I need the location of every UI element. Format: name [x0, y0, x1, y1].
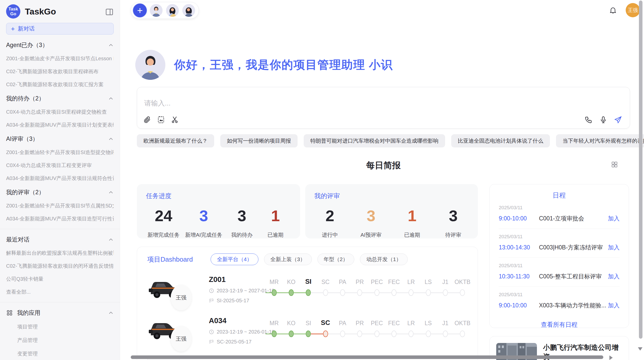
- app-logo: Task Go: [6, 4, 20, 19]
- sidebar-collapse-icon[interactable]: [105, 8, 114, 15]
- stat-ai-pre-review: 3 AI预评审: [357, 207, 385, 238]
- stat-new-completed: 24 新增完成任务: [148, 207, 180, 238]
- section-ai-review-header[interactable]: AI评审（3）: [6, 135, 114, 143]
- project-row-z001[interactable]: 王强 Z001 2023-12-19 ~ 2027-01-19 SI-2025-…: [137, 271, 478, 312]
- sidebar-item[interactable]: A034-全新新能源MUV产品开发项目法规符合性评审: [6, 175, 114, 182]
- topbar-right: 王强: [609, 3, 640, 17]
- sidebar-scroll-area: Agent已办（3） Z001-全新燃油皮卡产品开发项目SI节点Lesson L…: [6, 41, 114, 360]
- join-button[interactable]: 加入: [608, 215, 620, 222]
- sidebar-item[interactable]: 解释最新出台的欧盟报废车法规再生塑料比例被调至15%...: [6, 250, 114, 257]
- stat-label: 进行中: [316, 231, 344, 238]
- milestone-label: LS: [425, 276, 432, 286]
- sidebar-item[interactable]: C0X4-动力总成开发项目工程变更评审: [6, 162, 114, 169]
- app-item-change-management[interactable]: 变更管理: [6, 350, 114, 357]
- app-item-project-management[interactable]: 项目管理: [6, 323, 114, 330]
- milestone-dot-row: [385, 329, 402, 339]
- tab-new-body[interactable]: 全新上装（3）: [264, 253, 312, 265]
- section-my-review-header[interactable]: 我的评审（2）: [6, 188, 114, 196]
- sidebar-item[interactable]: C02-飞腾新能源轻客改款项目的闭环通告反馈情况: [6, 263, 114, 269]
- vertical-scrollbar-thumb[interactable]: [639, 1, 642, 339]
- tab-new-platform[interactable]: 全新平台（4）: [211, 253, 258, 265]
- suggestion-chip[interactable]: 比亚迪全固态电池计划具体说了什么: [451, 134, 550, 147]
- chat-input[interactable]: [144, 99, 449, 107]
- task-progress-stats: 24 新增完成任务 3 新增AI完成任务 3 我的待办 1 已逾期: [146, 207, 291, 238]
- my-apps-header[interactable]: 我的应用: [6, 309, 114, 317]
- milestone-fec: FEC: [385, 318, 402, 339]
- project-dates: 2023-12-19 ~ 2027-01-19: [209, 288, 274, 294]
- milestone-pr: PR: [351, 276, 368, 298]
- microphone-icon[interactable]: [599, 116, 607, 124]
- milestone-label: SC: [321, 318, 330, 327]
- sidebar-item[interactable]: C02-飞腾新能源轻客改款项目立项汇报方案: [6, 81, 114, 88]
- scissors-icon[interactable]: [171, 116, 179, 124]
- section-title: 我的待办（2）: [6, 95, 45, 102]
- project-milestone-flag: SC-2025-05-17: [217, 339, 252, 345]
- assistant-avatar-2[interactable]: [166, 4, 179, 17]
- section-recent-chats-header[interactable]: 最近对话: [6, 236, 114, 244]
- sidebar-item[interactable]: Z001-全新燃油轻卡产品开发项目SI造型提交物评审: [6, 149, 114, 156]
- schedule-item: 2025/03/11 9:00-10:00 C001-立项审批会 加入: [499, 200, 620, 229]
- send-icon[interactable]: [614, 116, 622, 124]
- assistant-avatar-1[interactable]: [149, 4, 163, 17]
- sidebar-view-all-chats[interactable]: 查看全部...: [6, 289, 114, 295]
- join-button[interactable]: 加入: [608, 273, 620, 280]
- sidebar-item[interactable]: A034-全新新能源MUV产品开发项目造型可行性评审: [6, 215, 114, 222]
- milestone-dot: [306, 331, 311, 337]
- view-all-schedule-link[interactable]: 查看所有日程: [499, 321, 620, 329]
- scroll-down-arrow-icon[interactable]: [638, 347, 642, 351]
- schedule-date: 2025/03/11: [499, 263, 620, 268]
- chevron-up-icon[interactable]: [108, 310, 114, 316]
- milestone-label: SI: [305, 276, 312, 286]
- task-progress-card: 任务进度 24 新增完成任务 3 新增AI完成任务 3 我的待办 1 已逾期: [137, 184, 300, 238]
- milestone-label: SI: [305, 318, 311, 327]
- sidebar-item[interactable]: Z001-全新燃油轻卡产品开发项目SI节点属性5D文件评审: [6, 202, 114, 209]
- image-icon[interactable]: [157, 116, 165, 124]
- new-chat-button[interactable]: + 新对话: [6, 23, 114, 35]
- greeting-block: 你好，王强，我是你的项目管理助理 小识: [135, 50, 393, 80]
- chevron-up-icon[interactable]: [108, 136, 114, 142]
- owner-name: 王强: [176, 335, 186, 342]
- flag-icon: [209, 298, 214, 303]
- layout-grid-icon[interactable]: [611, 161, 618, 168]
- milestone-sc: SC: [317, 276, 334, 298]
- sidebar-item[interactable]: Z001-全新燃油皮卡产品开发项目SI节点Lesson Learn报告: [6, 55, 114, 62]
- tab-model-year[interactable]: 年型（2）: [317, 253, 355, 265]
- sidebar-item[interactable]: 公司Q3轻卡销量: [6, 276, 114, 282]
- my-review-title: 我的评审: [314, 192, 469, 200]
- chevron-up-icon[interactable]: [108, 96, 114, 101]
- sidebar-item[interactable]: A034-全新新能源MUV产品开发项目计划变更表编写: [6, 122, 114, 128]
- stat-value: 1: [398, 207, 426, 225]
- suggestion-chip[interactable]: 欧洲新规最近颁布了什么？: [137, 134, 214, 147]
- join-button[interactable]: 加入: [608, 244, 620, 251]
- milestone-dot-row: [454, 288, 471, 298]
- milestone-mr: MR: [266, 276, 283, 298]
- tab-powertrain[interactable]: 动总开发（1）: [360, 253, 408, 265]
- section-my-todo-header[interactable]: 我的待办（2）: [6, 95, 114, 102]
- phone-call-icon[interactable]: [584, 116, 593, 124]
- join-button[interactable]: 加入: [608, 302, 620, 309]
- horizontal-scrollbar-thumb[interactable]: [131, 355, 603, 359]
- chevron-up-icon[interactable]: [108, 190, 114, 195]
- suggestion-chip[interactable]: 特朗普可能对进口汽车增税会对中国车企造成哪些影响: [304, 134, 445, 147]
- milestone-dot-row: [317, 288, 334, 298]
- milestone-dot-row: [266, 288, 283, 298]
- paperclip-icon[interactable]: [143, 116, 151, 124]
- suggestion-chip[interactable]: 如何写一份清晰的项目周报: [220, 134, 298, 147]
- chevron-up-icon[interactable]: [108, 42, 114, 48]
- notification-bell-icon[interactable]: [609, 6, 617, 14]
- milestone-dot-row: [266, 329, 283, 339]
- milestone-label: KO: [287, 318, 295, 327]
- sidebar-item[interactable]: C0X4-动力总成开发项目SI里程碑提交物检查: [6, 109, 114, 115]
- milestone-dot: [374, 331, 379, 337]
- assistant-avatar-3[interactable]: [182, 4, 196, 17]
- user-avatar[interactable]: 王强: [626, 3, 640, 17]
- suggestion-chip[interactable]: 当下年轻人对汽车外观有怎样的喜好趋势: [556, 134, 644, 147]
- milestone-label: SC: [321, 276, 330, 286]
- project-row-a034[interactable]: 王强 A034 2023-12-19 ~ 2026-01-19 SC-2025-…: [137, 312, 478, 353]
- scroll-right-arrow-icon[interactable]: [609, 355, 613, 360]
- add-assistant-button[interactable]: +: [133, 4, 147, 17]
- app-item-product-management[interactable]: 产品管理: [6, 337, 114, 344]
- section-agent-done-header[interactable]: Agent已办（3）: [6, 41, 114, 49]
- sidebar-item[interactable]: C02-飞腾新能源轻客改款项目里程碑画布: [6, 68, 114, 75]
- chevron-up-icon[interactable]: [108, 237, 114, 243]
